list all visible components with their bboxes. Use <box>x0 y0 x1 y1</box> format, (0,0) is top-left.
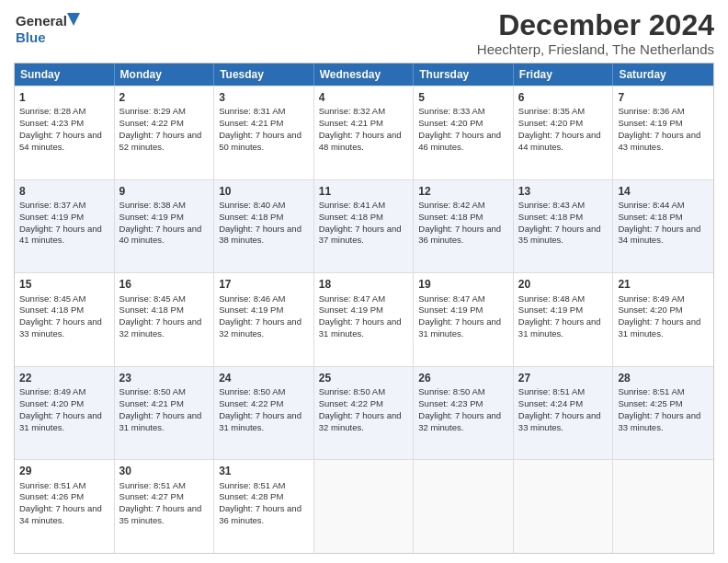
cell-dec21: 21 Sunrise: 8:49 AM Sunset: 4:20 PM Dayl… <box>613 273 713 366</box>
week-1: 1 Sunrise: 8:28 AM Sunset: 4:23 PM Dayli… <box>15 86 713 179</box>
cell-dec11: 11 Sunrise: 8:41 AM Sunset: 4:18 PM Dayl… <box>314 180 415 273</box>
cell-dec19: 19 Sunrise: 8:47 AM Sunset: 4:19 PM Dayl… <box>414 273 514 366</box>
main-title: December 2024 <box>477 9 714 41</box>
sunrise-5: Sunrise: 8:33 AM <box>418 106 484 116</box>
cell-dec31: 31 Sunrise: 8:51 AM Sunset: 4:28 PM Dayl… <box>214 460 314 553</box>
cell-dec13: 13 Sunrise: 8:43 AM Sunset: 4:18 PM Dayl… <box>514 180 614 273</box>
header-wednesday: Wednesday <box>314 63 415 86</box>
calendar-header: Sunday Monday Tuesday Wednesday Thursday… <box>15 63 713 86</box>
header-saturday: Saturday <box>613 63 713 86</box>
sunrise-3: Sunrise: 8:31 AM <box>219 106 285 116</box>
daylight-4: Daylight: 7 hours and 48 minutes. <box>319 130 402 152</box>
day-num-1: 1 <box>19 90 109 105</box>
sunset-2: Sunset: 4:22 PM <box>119 118 184 128</box>
cell-dec7: 7 Sunrise: 8:36 AM Sunset: 4:19 PM Dayli… <box>613 86 713 179</box>
svg-text:Blue: Blue <box>16 29 46 45</box>
week-3: 15 Sunrise: 8:45 AM Sunset: 4:18 PM Dayl… <box>15 272 713 366</box>
cell-dec17: 17 Sunrise: 8:46 AM Sunset: 4:19 PM Dayl… <box>214 273 314 366</box>
daylight-6: Daylight: 7 hours and 44 minutes. <box>518 130 601 152</box>
daylight-3: Daylight: 7 hours and 50 minutes. <box>219 130 301 152</box>
daylight-5: Daylight: 7 hours and 46 minutes. <box>418 130 501 152</box>
cell-dec9: 9 Sunrise: 8:38 AM Sunset: 4:19 PM Dayli… <box>115 180 215 273</box>
day-num-8: 8 <box>19 184 109 199</box>
sunset-1: Sunset: 4:23 PM <box>19 118 84 128</box>
cell-dec5: 5 Sunrise: 8:33 AM Sunset: 4:20 PM Dayli… <box>414 86 514 179</box>
cell-dec20: 20 Sunrise: 8:48 AM Sunset: 4:19 PM Dayl… <box>514 273 614 366</box>
cell-dec24: 24 Sunrise: 8:50 AM Sunset: 4:22 PM Dayl… <box>214 367 314 460</box>
logo: GeneralBlue <box>14 9 87 48</box>
cell-dec30: 30 Sunrise: 8:51 AM Sunset: 4:27 PM Dayl… <box>115 460 215 553</box>
cell-empty-3 <box>514 460 614 553</box>
daylight-1: Daylight: 7 hours and 54 minutes. <box>19 130 102 152</box>
header-sunday: Sunday <box>15 63 115 86</box>
cell-dec10: 10 Sunrise: 8:40 AM Sunset: 4:18 PM Dayl… <box>214 180 314 273</box>
cell-dec12: 12 Sunrise: 8:42 AM Sunset: 4:18 PM Dayl… <box>414 180 514 273</box>
daylight-2: Daylight: 7 hours and 52 minutes. <box>119 130 202 152</box>
sunrise-1: Sunrise: 8:28 AM <box>19 106 85 116</box>
cell-dec22: 22 Sunrise: 8:49 AM Sunset: 4:20 PM Dayl… <box>15 367 115 460</box>
sunset-5: Sunset: 4:20 PM <box>418 118 483 128</box>
cell-dec8: 8 Sunrise: 8:37 AM Sunset: 4:19 PM Dayli… <box>15 180 115 273</box>
cell-dec14: 14 Sunrise: 8:44 AM Sunset: 4:18 PM Dayl… <box>613 180 713 273</box>
cell-dec2: 2 Sunrise: 8:29 AM Sunset: 4:22 PM Dayli… <box>115 86 215 179</box>
header-thursday: Thursday <box>414 63 514 86</box>
svg-marker-2 <box>67 13 80 26</box>
header: GeneralBlue December 2024 Heechterp, Fri… <box>14 9 714 57</box>
day-num-4: 4 <box>319 90 409 105</box>
sunrise-4: Sunrise: 8:32 AM <box>319 106 385 116</box>
cell-dec26: 26 Sunrise: 8:50 AM Sunset: 4:23 PM Dayl… <box>414 367 514 460</box>
sunrise-2: Sunrise: 8:29 AM <box>119 106 186 116</box>
cell-dec27: 27 Sunrise: 8:51 AM Sunset: 4:24 PM Dayl… <box>514 367 614 460</box>
sunrise-6: Sunrise: 8:35 AM <box>518 106 585 116</box>
cell-dec28: 28 Sunrise: 8:51 AM Sunset: 4:25 PM Dayl… <box>613 367 713 460</box>
sunrise-7: Sunrise: 8:36 AM <box>618 106 684 116</box>
header-monday: Monday <box>115 63 215 86</box>
title-block: December 2024 Heechterp, Friesland, The … <box>477 9 714 57</box>
subtitle: Heechterp, Friesland, The Netherlands <box>477 41 714 57</box>
header-tuesday: Tuesday <box>214 63 314 86</box>
day-num-6: 6 <box>518 90 609 105</box>
cell-dec23: 23 Sunrise: 8:50 AM Sunset: 4:21 PM Dayl… <box>115 367 215 460</box>
cell-dec29: 29 Sunrise: 8:51 AM Sunset: 4:26 PM Dayl… <box>15 460 115 553</box>
week-2: 8 Sunrise: 8:37 AM Sunset: 4:19 PM Dayli… <box>15 179 713 273</box>
logo-icon: GeneralBlue <box>14 9 87 48</box>
week-5: 29 Sunrise: 8:51 AM Sunset: 4:26 PM Dayl… <box>15 459 713 553</box>
sunset-6: Sunset: 4:20 PM <box>518 118 583 128</box>
cell-empty-1 <box>314 460 415 553</box>
week-4: 22 Sunrise: 8:49 AM Sunset: 4:20 PM Dayl… <box>15 366 713 460</box>
cell-empty-2 <box>414 460 514 553</box>
day-num-5: 5 <box>418 90 508 105</box>
cell-dec16: 16 Sunrise: 8:45 AM Sunset: 4:18 PM Dayl… <box>115 273 215 366</box>
cell-dec18: 18 Sunrise: 8:47 AM Sunset: 4:19 PM Dayl… <box>314 273 415 366</box>
page: GeneralBlue December 2024 Heechterp, Fri… <box>0 0 728 563</box>
sunset-7: Sunset: 4:19 PM <box>618 118 682 128</box>
cell-dec25: 25 Sunrise: 8:50 AM Sunset: 4:22 PM Dayl… <box>314 367 415 460</box>
cell-dec15: 15 Sunrise: 8:45 AM Sunset: 4:18 PM Dayl… <box>15 273 115 366</box>
cell-dec4: 4 Sunrise: 8:32 AM Sunset: 4:21 PM Dayli… <box>314 86 415 179</box>
day-num-2: 2 <box>119 90 210 105</box>
cell-empty-4 <box>613 460 713 553</box>
sunset-3: Sunset: 4:21 PM <box>219 118 283 128</box>
cell-dec6: 6 Sunrise: 8:35 AM Sunset: 4:20 PM Dayli… <box>514 86 614 179</box>
svg-text:General: General <box>16 13 67 29</box>
day-num-3: 3 <box>219 90 309 105</box>
sunset-4: Sunset: 4:21 PM <box>319 118 383 128</box>
calendar: Sunday Monday Tuesday Wednesday Thursday… <box>14 63 714 554</box>
header-friday: Friday <box>514 63 614 86</box>
day-num-7: 7 <box>618 90 709 105</box>
cell-dec3: 3 Sunrise: 8:31 AM Sunset: 4:21 PM Dayli… <box>214 86 314 179</box>
calendar-body: 1 Sunrise: 8:28 AM Sunset: 4:23 PM Dayli… <box>15 86 713 553</box>
daylight-7: Daylight: 7 hours and 43 minutes. <box>618 130 700 152</box>
cell-dec1: 1 Sunrise: 8:28 AM Sunset: 4:23 PM Dayli… <box>15 86 115 179</box>
